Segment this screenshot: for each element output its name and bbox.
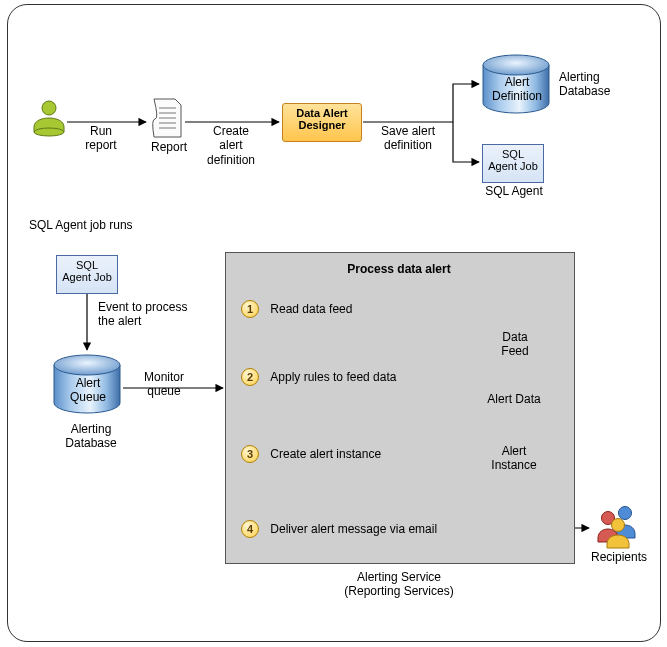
step1-row: 1 Read data feed xyxy=(241,300,352,318)
step4-num: 4 xyxy=(241,520,259,538)
step4-text: Deliver alert message via email xyxy=(270,522,437,536)
step4-row: 4 Deliver alert message via email xyxy=(241,520,437,538)
monitor-queue-label: Monitor queue xyxy=(134,370,194,399)
alert-instance-label: Alert Instance xyxy=(488,444,540,473)
create-def-label: Create alert definition xyxy=(196,124,266,167)
step2-text: Apply rules to feed data xyxy=(270,370,396,384)
step3-row: 3 Create alert instance xyxy=(241,445,381,463)
step1-text: Read data feed xyxy=(270,302,352,316)
step2-row: 2 Apply rules to feed data xyxy=(241,368,396,386)
process-box xyxy=(225,252,575,564)
sql-agent-job-top-box: SQL Agent Job xyxy=(482,144,544,183)
sql-agent-label: SQL Agent xyxy=(479,184,549,198)
run-report-label: Run report xyxy=(71,124,131,153)
process-title: Process data alert xyxy=(225,262,573,276)
data-alert-designer-box: Data Alert Designer xyxy=(282,103,362,142)
alerting-db-top-label: Alerting Database xyxy=(559,70,619,99)
step3-text: Create alert instance xyxy=(270,447,381,461)
recipients-label: Recipients xyxy=(589,550,649,564)
sql-agent-job-mid-box: SQL Agent Job xyxy=(56,255,118,294)
alert-definition-label: Alert Definition xyxy=(491,75,543,104)
alert-queue-label: Alert Queue xyxy=(63,376,113,405)
step1-num: 1 xyxy=(241,300,259,318)
event-text-label: Event to process the alert xyxy=(98,300,208,329)
alerting-service-caption: Alerting Service (Reporting Services) xyxy=(225,570,573,599)
report-label: Report xyxy=(151,140,187,154)
alerting-db-mid-label: Alerting Database xyxy=(56,422,126,451)
data-feed-label: Data Feed xyxy=(487,330,543,359)
job-runs-label: SQL Agent job runs xyxy=(29,218,133,232)
step2-num: 2 xyxy=(241,368,259,386)
step3-num: 3 xyxy=(241,445,259,463)
save-def-label: Save alert definition xyxy=(369,124,447,153)
diagram-frame: Run report Report Create alert definitio… xyxy=(1,0,666,645)
alert-data-label: Alert Data xyxy=(485,392,543,406)
